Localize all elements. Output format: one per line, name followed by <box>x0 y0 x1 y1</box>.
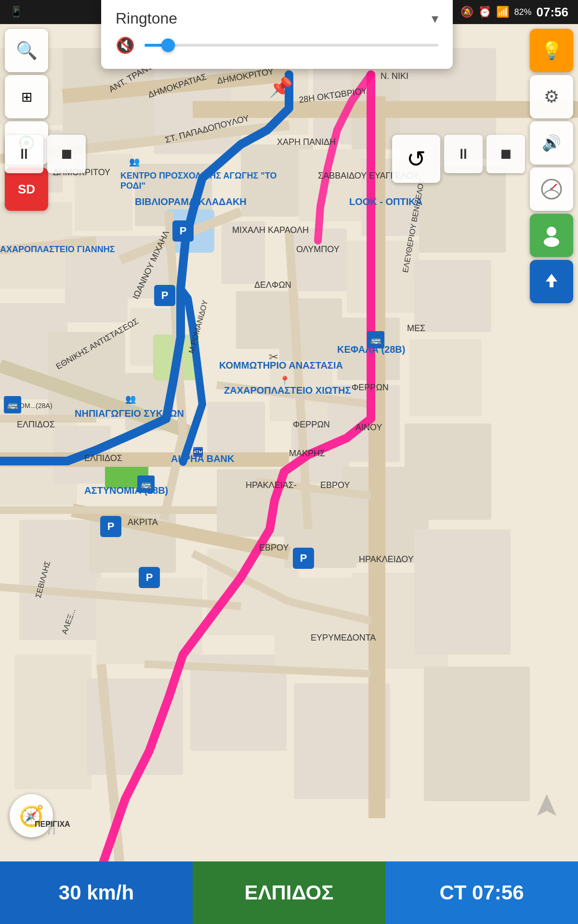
turn-arrow-button[interactable]: ↺ <box>392 135 440 183</box>
bus-icon-2: 🚌 <box>367 331 384 348</box>
avatar-button[interactable] <box>530 214 573 257</box>
volume-slider[interactable] <box>144 44 438 47</box>
pause-button-left[interactable]: ⏸ <box>5 135 43 173</box>
nav-hint-icon <box>535 792 559 825</box>
info-icon-3: 📍 <box>279 375 290 386</box>
svg-rect-48 <box>409 339 482 416</box>
ringtone-dropdown[interactable]: Ringtone ▾ 🔇 <box>101 0 453 69</box>
signal-status-icon: 📶 <box>496 6 509 18</box>
parking-icon-5: P <box>139 567 160 588</box>
left-sidebar: 🔍 ⊞ SD <box>0 24 53 216</box>
speed-meter-button[interactable] <box>530 167 573 211</box>
right-sidebar: 💡 ⚙ 🔊 <box>525 24 578 308</box>
ringtone-chevron-icon[interactable]: ▾ <box>432 11 438 26</box>
info-icon-1: 👥 <box>129 156 140 167</box>
nav-hint-arrow <box>532 789 561 828</box>
info-icon-2: 👥 <box>125 394 136 404</box>
parking-icon-1: P <box>172 220 194 242</box>
street-name-display[interactable]: ΕΛΠΙΔΟΣ <box>193 861 385 924</box>
volume-mute-icon[interactable]: 🔇 <box>116 36 135 54</box>
parking-icon-4: P <box>293 548 314 569</box>
bus-icon-3: 🚌 <box>137 475 155 493</box>
svg-rect-7 <box>14 654 92 789</box>
battery-status: 82% <box>514 7 531 17</box>
ringtone-title: Ringtone <box>116 10 177 27</box>
svg-rect-6 <box>19 520 101 640</box>
eta-display[interactable]: CT 07:56 <box>385 861 578 924</box>
scissors-icon: ✂ <box>269 350 278 364</box>
bus-icon-1: 🚌 <box>4 396 21 413</box>
svg-rect-27 <box>222 221 265 284</box>
nav-controls-right: ↺ ⏸ ⏹ <box>392 135 525 183</box>
svg-rect-32 <box>279 298 342 361</box>
speedometer-icon <box>539 177 564 201</box>
svg-rect-10 <box>65 236 128 322</box>
speed-display[interactable]: 30 km/h <box>0 861 193 924</box>
ringtone-controls: 🔇 <box>116 36 438 54</box>
svg-rect-21 <box>207 402 265 460</box>
notification-icon: 📱 <box>10 6 23 18</box>
stop-button-right[interactable]: ⏹ <box>486 135 525 173</box>
avatar-icon <box>540 224 563 247</box>
pause-button-right[interactable]: ⏸ <box>444 135 483 173</box>
status-bar-left: 📱 <box>10 6 23 18</box>
svg-point-83 <box>550 188 553 191</box>
restaurant-icon: 🍴 <box>43 819 60 835</box>
volume-slider-thumb[interactable] <box>161 38 175 52</box>
parking-icon-3: P <box>100 516 121 537</box>
speed-app-button[interactable]: SD <box>5 167 48 211</box>
atm-icon: 🏧 <box>193 447 203 457</box>
directions-button[interactable] <box>530 260 573 303</box>
stop-button-left[interactable]: ⏹ <box>47 135 86 173</box>
svg-point-85 <box>544 237 559 247</box>
svg-rect-50 <box>414 529 511 654</box>
ringtone-header: Ringtone ▾ <box>116 10 438 27</box>
status-bar-right: 📍 🔕 ⏰ 📶 82% 07:56 <box>443 5 568 20</box>
parking-icon-2: P <box>154 285 175 306</box>
nav-controls-left: ⏸ ⏹ <box>5 135 86 173</box>
alarm-status-icon: ⏰ <box>478 6 491 18</box>
bottom-bar: 30 km/h ΕΛΠΙΔΟΣ CT 07:56 <box>0 861 578 924</box>
svg-point-84 <box>547 227 556 236</box>
svg-rect-49 <box>405 424 491 520</box>
svg-rect-36 <box>275 578 361 674</box>
sound-button[interactable]: 🔊 <box>530 121 573 165</box>
map-pin: 📌 <box>269 76 293 99</box>
status-time: 07:56 <box>537 5 569 20</box>
settings-button[interactable]: ⚙ <box>530 75 573 118</box>
svg-rect-47 <box>414 260 491 332</box>
search-button[interactable]: 🔍 <box>5 29 48 72</box>
map-style-button[interactable]: ⊞ <box>5 75 48 118</box>
light-toggle-button[interactable]: 💡 <box>530 29 573 72</box>
svg-rect-51 <box>424 667 530 801</box>
directions-icon <box>540 270 563 293</box>
mute-status-icon: 🔕 <box>460 6 473 18</box>
svg-marker-87 <box>537 794 556 816</box>
